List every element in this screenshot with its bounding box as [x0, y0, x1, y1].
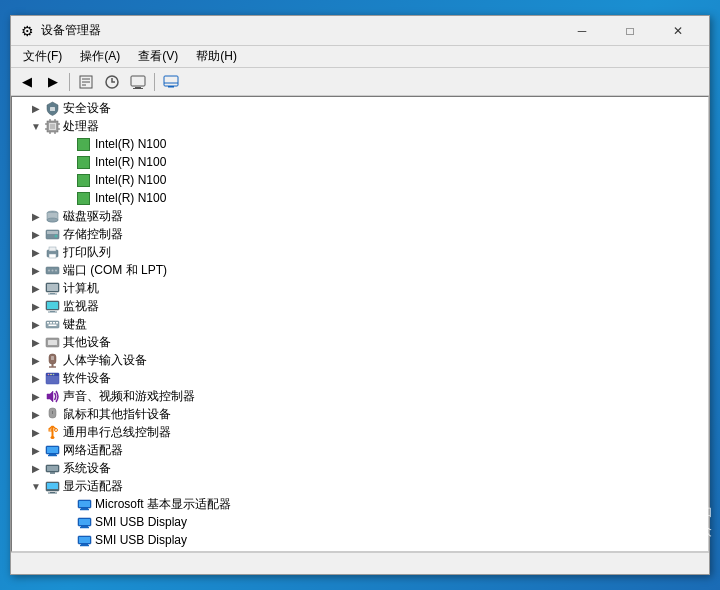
tree-item-other[interactable]: ▶ 其他设备 — [12, 333, 708, 351]
tree-item-mouse[interactable]: ▶ 鼠标和其他指针设备 — [12, 405, 708, 423]
svg-rect-26 — [47, 231, 58, 234]
expand-mouse[interactable]: ▶ — [28, 406, 44, 422]
menu-action[interactable]: 操作(A) — [72, 46, 128, 67]
back-button[interactable]: ◀ — [15, 71, 39, 93]
label-keyboard: 键盘 — [63, 316, 87, 333]
tree-item-smi2[interactable]: ▶ SMI USB Display — [12, 531, 708, 549]
expand-hid[interactable]: ▶ — [28, 352, 44, 368]
icon-smi1 — [76, 514, 92, 530]
tree-item-cpu4[interactable]: ▶ Intel(R) N100 — [12, 189, 708, 207]
label-cpu3: Intel(R) N100 — [95, 173, 166, 187]
svg-rect-30 — [49, 254, 56, 258]
label-monitor: 监视器 — [63, 298, 99, 315]
expand-computer[interactable]: ▶ — [28, 280, 44, 296]
tree-item-msbasic[interactable]: ▶ Microsoft 基本显示适配器 — [12, 495, 708, 513]
label-disk: 磁盘驱动器 — [63, 208, 123, 225]
expand-monitor[interactable]: ▶ — [28, 298, 44, 314]
svg-rect-36 — [47, 284, 58, 291]
svg-rect-40 — [47, 302, 58, 309]
scan-button[interactable] — [100, 71, 124, 93]
expand-port[interactable]: ▶ — [28, 262, 44, 278]
tree-item-computer[interactable]: ▶ 计算机 — [12, 279, 708, 297]
expand-storage[interactable]: ▶ — [28, 226, 44, 242]
menu-bar: 文件(F) 操作(A) 查看(V) 帮助(H) — [11, 46, 709, 68]
tree-item-network[interactable]: ▶ 网络适配器 — [12, 441, 708, 459]
forward-button[interactable]: ▶ — [41, 71, 65, 93]
svg-rect-48 — [48, 324, 56, 326]
show-icon-button[interactable] — [159, 71, 183, 93]
menu-file[interactable]: 文件(F) — [15, 46, 70, 67]
expand-processor[interactable]: ▼ — [28, 118, 44, 134]
show-properties-button[interactable] — [74, 71, 98, 93]
expand-security[interactable]: ▶ — [28, 100, 44, 116]
tree-item-software[interactable]: ▶ 软件设备 — [12, 369, 708, 387]
svg-point-34 — [55, 269, 57, 271]
label-storage: 存储控制器 — [63, 226, 123, 243]
device-manager-window: ⚙ 设备管理器 ─ □ ✕ 文件(F) 操作(A) 查看(V) 帮助(H) ◀ … — [10, 15, 710, 575]
icon-port — [44, 262, 60, 278]
expand-keyboard[interactable]: ▶ — [28, 316, 44, 332]
svg-rect-46 — [53, 322, 55, 324]
menu-view[interactable]: 查看(V) — [130, 46, 186, 67]
svg-rect-5 — [131, 76, 145, 86]
tree-item-usb[interactable]: ▶ 通用串行总线控制器 — [12, 423, 708, 441]
tree-item-system[interactable]: ▶ 系统设备 — [12, 459, 708, 477]
expand-display[interactable]: ▼ — [28, 478, 44, 494]
icon-software — [44, 370, 60, 386]
tree-item-disk[interactable]: ▶ 磁盘驱动器 — [12, 207, 708, 225]
update-button[interactable] — [126, 71, 150, 93]
tree-item-display[interactable]: ▼ 显示适配器 — [12, 477, 708, 495]
expand-other[interactable]: ▶ — [28, 334, 44, 350]
label-smi1: SMI USB Display — [95, 515, 187, 529]
icon-mouse — [44, 406, 60, 422]
tree-item-monitor[interactable]: ▶ 监视器 — [12, 297, 708, 315]
icon-processor — [44, 118, 60, 134]
expand-disk[interactable]: ▶ — [28, 208, 44, 224]
tree-item-cpu1[interactable]: ▶ Intel(R) N100 — [12, 135, 708, 153]
expand-print[interactable]: ▶ — [28, 244, 44, 260]
tree-item-hid[interactable]: ▶ 人体学输入设备 — [12, 351, 708, 369]
label-cpu2: Intel(R) N100 — [95, 155, 166, 169]
tree-item-cpu3[interactable]: ▶ Intel(R) N100 — [12, 171, 708, 189]
tree-item-keyboard[interactable]: ▶ 键盘 — [12, 315, 708, 333]
label-display: 显示适配器 — [63, 478, 123, 495]
close-button[interactable]: ✕ — [655, 17, 701, 45]
tree-item-port[interactable]: ▶ 端口 (COM 和 LPT) — [12, 261, 708, 279]
icon-cpu3 — [76, 172, 92, 188]
label-processor: 处理器 — [63, 118, 99, 135]
icon-system — [44, 460, 60, 476]
tree-item-smi1[interactable]: ▶ SMI USB Display — [12, 513, 708, 531]
label-security: 安全设备 — [63, 100, 111, 117]
tree-item-storage[interactable]: ▶ 存储控制器 — [12, 225, 708, 243]
tree-item-print[interactable]: ▶ 打印队列 — [12, 243, 708, 261]
expand-software[interactable]: ▶ — [28, 370, 44, 386]
icon-smi2 — [76, 532, 92, 548]
tree-item-cpu2[interactable]: ▶ Intel(R) N100 — [12, 153, 708, 171]
svg-point-67 — [50, 436, 54, 439]
tree-item-security[interactable]: ▶ 安全设备 — [12, 99, 708, 117]
minimize-button[interactable]: ─ — [559, 17, 605, 45]
icon-cpu2 — [76, 154, 92, 170]
expand-network[interactable]: ▶ — [28, 442, 44, 458]
icon-other — [44, 334, 60, 350]
icon-network — [44, 442, 60, 458]
tree-item-processor[interactable]: ▼ 处理器 — [12, 117, 708, 135]
icon-storage — [44, 226, 60, 242]
icon-disk — [44, 208, 60, 224]
content-area: ▶ 安全设备 ▼ 处理器 ▶ — [11, 96, 709, 552]
expand-system[interactable]: ▶ — [28, 460, 44, 476]
icon-keyboard — [44, 316, 60, 332]
svg-rect-44 — [47, 322, 49, 324]
title-bar: ⚙ 设备管理器 ─ □ ✕ — [11, 16, 709, 46]
icon-audio — [44, 388, 60, 404]
svg-rect-80 — [79, 501, 90, 507]
svg-rect-76 — [47, 483, 58, 489]
maximize-button[interactable]: □ — [607, 17, 653, 45]
menu-help[interactable]: 帮助(H) — [188, 46, 245, 67]
expand-audio[interactable]: ▶ — [28, 388, 44, 404]
label-cpu1: Intel(R) N100 — [95, 137, 166, 151]
svg-rect-10 — [168, 86, 174, 88]
expand-usb[interactable]: ▶ — [28, 424, 44, 440]
device-tree[interactable]: ▶ 安全设备 ▼ 处理器 ▶ — [11, 96, 709, 552]
tree-item-audio[interactable]: ▶ 声音、视频和游戏控制器 — [12, 387, 708, 405]
